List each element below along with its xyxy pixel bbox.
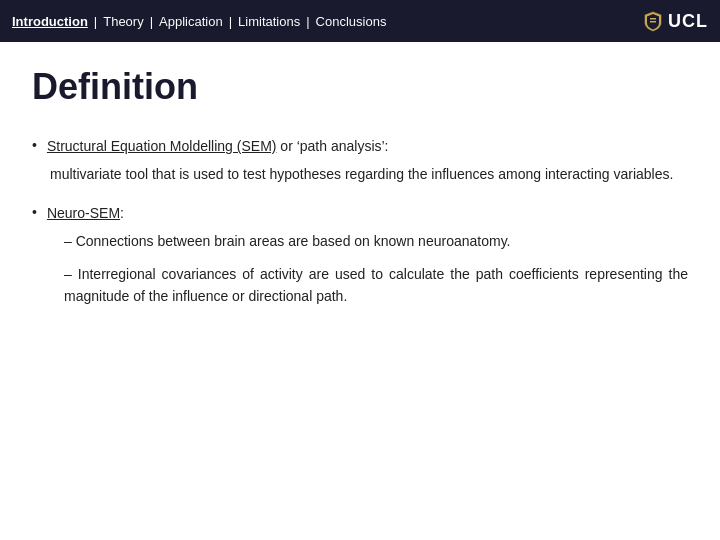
bullet-section-1: • Structural Equation Moldelling (SEM) o… <box>32 136 688 185</box>
header-bar: Introduction | Theory | Application | Li… <box>0 0 720 42</box>
nav-theory[interactable]: Theory <box>103 14 143 29</box>
bullet-dot-1: • <box>32 137 37 153</box>
page-title: Definition <box>32 66 688 108</box>
svg-rect-1 <box>650 18 656 20</box>
neuro-sem-rest: : <box>120 205 124 221</box>
dash-text-1: – Connections between brain areas are ba… <box>64 230 688 252</box>
body-text-1: multivariate tool that is used to test h… <box>50 163 688 185</box>
ucl-logo: UCL <box>642 10 708 32</box>
bullet-text-2: Neuro-SEM: <box>47 203 124 224</box>
bullet-section-2: • Neuro-SEM: – Connections between brain… <box>32 203 688 307</box>
nav-sep-4: | <box>306 14 309 29</box>
sem-rest: or ‘path analysis’: <box>276 138 388 154</box>
bullet-row-1: • Structural Equation Moldelling (SEM) o… <box>32 136 688 157</box>
bullet-row-2: • Neuro-SEM: <box>32 203 688 224</box>
nav-sep-1: | <box>94 14 97 29</box>
nav-bar: Introduction | Theory | Application | Li… <box>12 14 386 29</box>
ucl-text: UCL <box>668 11 708 32</box>
neuro-sem-label: Neuro-SEM <box>47 205 120 221</box>
nav-sep-3: | <box>229 14 232 29</box>
nav-limitations[interactable]: Limitations <box>238 14 300 29</box>
bullet-text-1: Structural Equation Moldelling (SEM) or … <box>47 136 389 157</box>
nav-application[interactable]: Application <box>159 14 223 29</box>
bullet-dot-2: • <box>32 204 37 220</box>
svg-rect-2 <box>650 21 656 23</box>
main-content: Definition • Structural Equation Moldell… <box>0 42 720 346</box>
nav-introduction[interactable]: Introduction <box>12 14 88 29</box>
sem-label: Structural Equation Moldelling (SEM) <box>47 138 277 154</box>
nav-conclusions[interactable]: Conclusions <box>316 14 387 29</box>
ucl-crest-icon <box>642 10 664 32</box>
nav-sep-2: | <box>150 14 153 29</box>
dash-text-2: – Interregional covariances of activity … <box>64 263 688 308</box>
